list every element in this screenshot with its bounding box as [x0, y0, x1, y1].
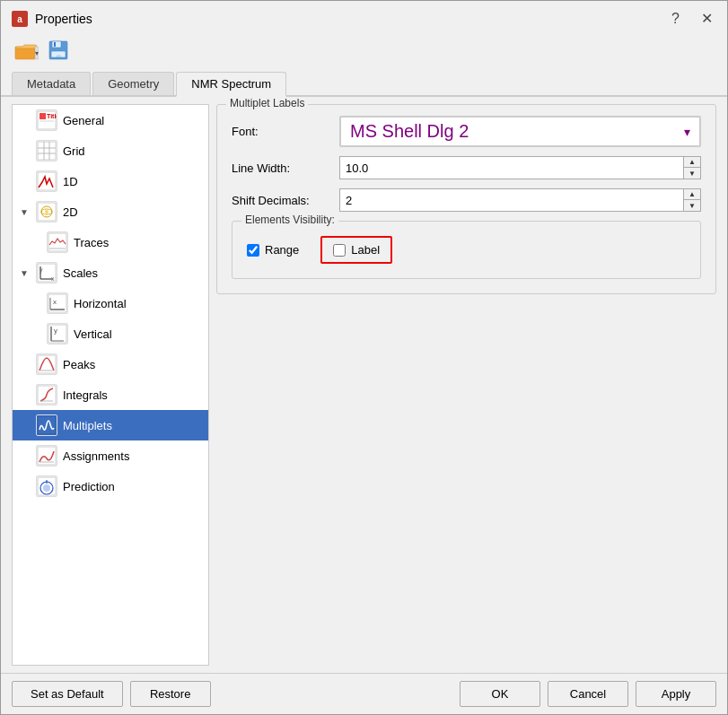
icon-prediction: [36, 475, 57, 497]
line-width-row: Line Width: ▲ ▼: [232, 156, 701, 179]
tabs-row: Metadata Geometry NMR Spectrum: [1, 72, 727, 97]
svg-text:y: y: [54, 327, 57, 335]
restore-button[interactable]: Restore: [130, 681, 211, 707]
sidebar-item-integrals[interactable]: Integrals: [13, 379, 208, 410]
toolbar: ▾ ▭: [1, 32, 727, 72]
save-button[interactable]: ▭: [44, 36, 73, 65]
apply-button[interactable]: Apply: [636, 681, 716, 707]
tab-metadata[interactable]: Metadata: [12, 72, 91, 95]
close-button[interactable]: ✕: [697, 8, 716, 29]
spinbox-arrows: ▲ ▼: [683, 157, 700, 179]
svg-text:x: x: [53, 298, 57, 306]
cancel-button[interactable]: Cancel: [548, 681, 628, 707]
svg-rect-7: [54, 42, 56, 47]
shift-decimals-control: ▲ ▼: [339, 188, 701, 212]
line-width-label: Line Width:: [232, 161, 339, 175]
title-bar-right: ? ✕: [668, 8, 716, 29]
icon-multiplets: [36, 414, 57, 436]
font-control: MS Shell Dlg 2 ▾: [339, 116, 701, 147]
icon-assignments: [36, 445, 57, 466]
font-row: Font: MS Shell Dlg 2 ▾: [232, 116, 701, 147]
sidebar-item-horizontal[interactable]: x Horizontal: [13, 288, 208, 318]
line-width-control: ▲ ▼: [339, 156, 701, 179]
expand-scales: ▼: [20, 268, 31, 278]
ok-button[interactable]: OK: [460, 681, 540, 707]
sidebar-label-assignments: Assignments: [63, 449, 129, 463]
help-button[interactable]: ?: [668, 9, 683, 29]
sidebar-label-horizontal: Horizontal: [74, 297, 127, 310]
line-width-up[interactable]: ▲: [684, 157, 700, 168]
icon-grid: [36, 140, 57, 161]
svg-rect-6: [52, 41, 61, 48]
sidebar-item-2d[interactable]: ▼ 2D: [13, 196, 208, 227]
sidebar-label-peaks: Peaks: [63, 358, 95, 371]
sidebar-label-general: General: [63, 114, 104, 127]
title-bar-left: a Properties: [12, 11, 92, 27]
spinbox-arrows-2: ▲ ▼: [683, 189, 700, 211]
sidebar-item-vertical[interactable]: y Vertical: [13, 318, 208, 349]
sidebar-label-vertical: Vertical: [74, 327, 112, 341]
shift-decimals-down[interactable]: ▼: [684, 200, 700, 211]
icon-1d: [36, 170, 57, 192]
sidebar-label-2d: 2D: [63, 205, 78, 219]
shift-decimals-up[interactable]: ▲: [684, 189, 700, 200]
sidebar-item-traces[interactable]: Traces: [13, 227, 208, 257]
sidebar-item-scales[interactable]: ▼ y x Scales: [13, 257, 208, 288]
bottom-bar: Set as Default Restore OK Cancel Apply: [1, 673, 727, 714]
sidebar-item-1d[interactable]: 1D: [13, 166, 208, 196]
icon-scales: y x: [36, 262, 57, 283]
shift-decimals-input[interactable]: [340, 189, 683, 211]
svg-text:▭: ▭: [57, 53, 61, 58]
range-label: Range: [265, 243, 299, 257]
right-panel: Multiplet Labels Font: MS Shell Dlg 2 ▾ …: [216, 104, 716, 666]
checkboxes-row: Range Label: [247, 236, 686, 264]
label-checkbox[interactable]: [333, 244, 346, 257]
elements-visibility-group: Elements Visibility: Range Label: [232, 221, 701, 279]
shift-decimals-label: Shift Decimals:: [232, 194, 339, 207]
title-bar: a Properties ? ✕: [1, 1, 727, 32]
svg-text:y: y: [39, 266, 43, 274]
line-width-spinbox: ▲ ▼: [339, 156, 701, 179]
multiplet-labels-group: Multiplet Labels Font: MS Shell Dlg 2 ▾ …: [216, 104, 716, 294]
sidebar-label-integrals: Integrals: [63, 388, 108, 402]
sidebar-label-grid: Grid: [63, 144, 85, 158]
icon-traces: [47, 231, 68, 253]
svg-text:a: a: [17, 14, 22, 24]
sidebar-label-scales: Scales: [63, 266, 98, 280]
sidebar-item-prediction[interactable]: Prediction: [13, 471, 208, 501]
folder-icon: ▾: [13, 39, 39, 61]
tab-geometry[interactable]: Geometry: [92, 72, 174, 95]
properties-dialog: a Properties ? ✕ ▾: [0, 0, 728, 715]
shift-decimals-spinbox: ▲ ▼: [339, 188, 701, 212]
sidebar-label-1d: 1D: [63, 175, 78, 188]
main-content: Title General G: [1, 97, 727, 673]
sidebar-item-multiplets[interactable]: Multiplets: [13, 410, 208, 440]
sidebar-label-multiplets: Multiplets: [63, 419, 112, 432]
range-checkbox-item[interactable]: Range: [247, 243, 299, 257]
font-value: MS Shell Dlg 2: [350, 121, 469, 142]
open-folder-button[interactable]: ▾: [12, 36, 40, 65]
icon-general: Title: [36, 109, 57, 131]
label-label-text: Label: [351, 243, 380, 257]
elements-visibility-title: Elements Visibility:: [241, 214, 338, 226]
label-checkbox-item[interactable]: Label: [333, 243, 380, 257]
svg-text:Title: Title: [47, 113, 57, 119]
svg-point-23: [45, 210, 48, 214]
svg-rect-11: [39, 113, 46, 119]
sidebar-item-grid[interactable]: Grid: [13, 135, 208, 166]
sidebar-item-assignments[interactable]: Assignments: [13, 440, 208, 471]
line-width-input[interactable]: [340, 157, 683, 179]
icon-peaks: [36, 353, 57, 375]
shift-decimals-row: Shift Decimals: ▲ ▼: [232, 188, 701, 212]
sidebar-item-peaks[interactable]: Peaks: [13, 349, 208, 379]
label-highlight-box: Label: [320, 236, 392, 264]
set-as-default-button[interactable]: Set as Default: [12, 681, 123, 707]
sidebar-item-general[interactable]: Title General: [13, 105, 208, 135]
font-label: Font:: [232, 125, 339, 138]
line-width-down[interactable]: ▼: [684, 168, 700, 179]
save-icon: ▭: [48, 39, 69, 61]
icon-vertical: y: [47, 323, 68, 344]
tab-nmr-spectrum[interactable]: NMR Spectrum: [176, 72, 286, 97]
range-checkbox[interactable]: [247, 244, 259, 257]
font-dropdown-button[interactable]: MS Shell Dlg 2 ▾: [339, 116, 701, 147]
